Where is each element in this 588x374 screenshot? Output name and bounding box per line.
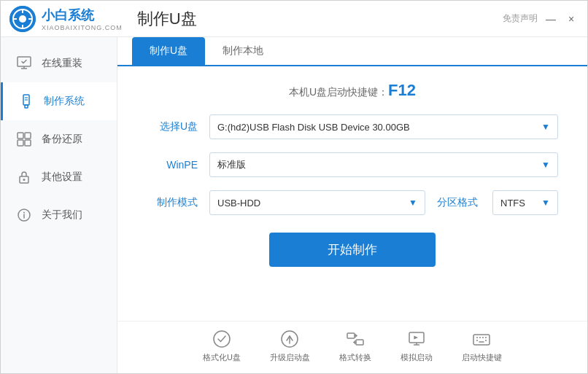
winpe-dropdown[interactable]: 标准版 ▼ — [209, 152, 558, 177]
winpe-arrow-icon: ▼ — [541, 160, 550, 170]
make-mode-label: 制作模式 — [147, 196, 198, 209]
bottom-icon-format-usb[interactable]: 格式化U盘 — [203, 329, 241, 363]
sidebar-label-other-settings: 其他设置 — [42, 171, 82, 184]
select-usb-label: 选择U盘 — [147, 120, 198, 133]
bottom-icon-simulate-boot[interactable]: 模拟启动 — [401, 329, 433, 363]
upload-icon — [279, 329, 300, 349]
make-mode-dropdown[interactable]: USB-HDD ▼ — [209, 190, 425, 215]
tab-make-local[interactable]: 制作本地 — [205, 37, 281, 65]
select-usb-value: G:(hd2)USB Flash Disk USB Device 30.00GB — [217, 122, 410, 133]
sidebar-label-backup-restore: 备份还原 — [42, 133, 82, 146]
logo-area: 小白系统 XIAOBAIXITONG.COM — [9, 6, 123, 32]
usb-icon — [18, 93, 35, 110]
select-usb-arrow-icon: ▼ — [541, 122, 550, 132]
svg-rect-15 — [25, 133, 31, 139]
sidebar-item-backup-restore[interactable]: 备份还原 — [1, 120, 117, 158]
tab-make-usb[interactable]: 制作U盘 — [132, 37, 205, 65]
partition-format-label: 分区格式 — [437, 196, 478, 209]
winpe-value: 标准版 — [217, 158, 246, 171]
logo-main-text: 小白系统 — [42, 7, 123, 24]
check-circle-icon — [212, 329, 232, 349]
simulate-icon — [406, 329, 427, 349]
lock-icon — [15, 168, 33, 186]
sidebar-item-make-system[interactable]: 制作系统 — [1, 82, 117, 120]
content-area: 本机U盘启动快捷键：F12 选择U盘 G:(hd2)USB Flash Disk… — [117, 66, 587, 321]
svg-point-22 — [23, 212, 25, 214]
logo-text: 小白系统 XIAOBAIXITONG.COM — [42, 7, 123, 31]
sidebar: 在线重装 制作系统 — [1, 37, 117, 373]
monitor-icon — [15, 55, 33, 72]
select-usb-control: G:(hd2)USB Flash Disk USB Device 30.00GB… — [209, 114, 558, 139]
app-window: 小白系统 XIAOBAIXITONG.COM 制作U盘 免责声明 — × — [0, 0, 588, 374]
select-usb-dropdown[interactable]: G:(hd2)USB Flash Disk USB Device 30.00GB… — [209, 114, 558, 139]
make-mode-value: USB-HDD — [217, 198, 260, 209]
sidebar-label-about-us: 关于我们 — [42, 209, 82, 222]
partition-format-dropdown[interactable]: NTFS ▼ — [492, 190, 558, 215]
shortcut-prefix: 本机U盘启动快捷键： — [289, 86, 388, 98]
svg-rect-14 — [18, 133, 23, 139]
titlebar: 小白系统 XIAOBAIXITONG.COM 制作U盘 免责声明 — × — [1, 1, 587, 37]
svg-point-23 — [214, 331, 230, 347]
sidebar-label-make-system: 制作系统 — [44, 95, 85, 108]
winpe-control: 标准版 ▼ — [209, 152, 558, 177]
start-button[interactable]: 开始制作 — [269, 233, 436, 267]
mode-format-row: 制作模式 USB-HDD ▼ 分区格式 NTFS ▼ — [147, 190, 558, 215]
svg-rect-11 — [25, 105, 28, 108]
keyboard-icon — [471, 329, 492, 349]
partition-format-value: NTFS — [500, 198, 525, 209]
grid-icon — [15, 130, 33, 148]
svg-point-2 — [19, 15, 26, 23]
upgrade-boot-label: 升级启动盘 — [270, 352, 310, 363]
sidebar-item-about-us[interactable]: 关于我们 — [1, 196, 117, 234]
svg-rect-16 — [18, 140, 23, 146]
bottom-icon-boot-shortcut[interactable]: 启动快捷键 — [462, 329, 502, 363]
partition-format-arrow-icon: ▼ — [541, 198, 550, 208]
bottom-icon-upgrade-boot[interactable]: 升级启动盘 — [270, 329, 310, 363]
simulate-boot-label: 模拟启动 — [401, 352, 433, 363]
bottom-icons-bar: 格式化U盘 升级启动盘 — [117, 321, 587, 373]
make-mode-arrow-icon: ▼ — [409, 198, 417, 208]
svg-rect-31 — [473, 335, 490, 345]
sidebar-item-other-settings[interactable]: 其他设置 — [1, 158, 117, 196]
svg-rect-26 — [347, 333, 355, 338]
main-content: 在线重装 制作系统 — [1, 37, 587, 373]
boot-shortcut-label: 启动快捷键 — [462, 352, 502, 363]
winpe-label: WinPE — [147, 159, 198, 171]
sidebar-item-online-reinstall[interactable]: 在线重装 — [1, 44, 117, 82]
convert-icon — [345, 329, 365, 349]
info-icon — [15, 206, 33, 224]
bottom-icon-format-convert[interactable]: 格式转换 — [339, 329, 371, 363]
shortcut-key: F12 — [388, 81, 416, 99]
logo-sub-text: XIAOBAIXITONG.COM — [42, 24, 123, 31]
minimize-button[interactable]: — — [543, 12, 558, 26]
format-convert-label: 格式转换 — [339, 352, 371, 363]
select-usb-row: 选择U盘 G:(hd2)USB Flash Disk USB Device 30… — [147, 114, 558, 139]
winpe-row: WinPE 标准版 ▼ — [147, 152, 558, 177]
sidebar-label-online-reinstall: 在线重装 — [42, 57, 82, 70]
logo-icon — [9, 6, 36, 32]
page-title: 制作U盘 — [137, 8, 197, 30]
svg-rect-27 — [356, 340, 363, 345]
titlebar-controls: 免责声明 — × — [503, 12, 579, 26]
disclaimer-link[interactable]: 免责声明 — [503, 12, 538, 25]
start-btn-row: 开始制作 — [147, 233, 558, 267]
svg-rect-17 — [25, 140, 31, 146]
tabs-bar: 制作U盘 制作本地 — [117, 37, 587, 66]
right-panel: 制作U盘 制作本地 本机U盘启动快捷键：F12 选择U盘 G:(hd2)USB … — [117, 37, 587, 373]
close-button[interactable]: × — [564, 12, 579, 26]
shortcut-hint: 本机U盘启动快捷键：F12 — [147, 81, 558, 100]
format-usb-label: 格式化U盘 — [203, 352, 241, 363]
svg-point-19 — [23, 179, 26, 181]
